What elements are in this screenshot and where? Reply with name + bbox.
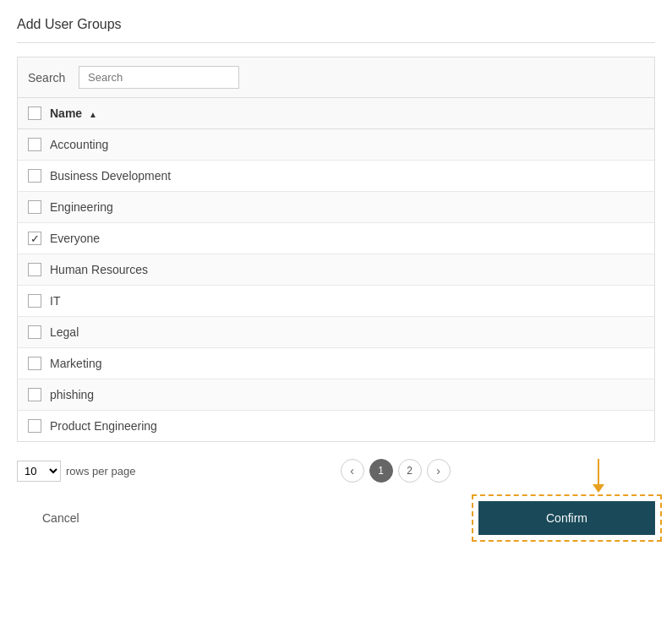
modal-title: Add User Groups [17, 17, 655, 43]
sort-arrow-icon: ▲ [89, 110, 97, 119]
page-2-button[interactable]: 2 [398, 459, 422, 483]
row-label: Engineering [50, 200, 113, 214]
cancel-button[interactable]: Cancel [17, 503, 105, 533]
row-label: IT [50, 294, 60, 308]
row-label: phishing [50, 388, 94, 401]
groups-table: Name ▲ AccountingBusiness DevelopmentEng… [17, 97, 655, 442]
table-header: Name ▲ [18, 98, 654, 129]
search-input[interactable] [79, 66, 239, 89]
row-checkbox-10[interactable] [28, 419, 41, 433]
table-row: Legal [18, 317, 654, 348]
footer-row: Cancel Confirm [17, 501, 655, 535]
table-row: Marketing [18, 348, 654, 379]
row-label: Accounting [50, 138, 108, 151]
modal-container: Add User Groups Search Name ▲ Accounting… [0, 0, 672, 622]
row-checkbox-6[interactable] [28, 294, 41, 308]
page-1-button[interactable]: 1 [369, 459, 393, 483]
table-rows: AccountingBusiness DevelopmentEngineerin… [18, 129, 654, 441]
row-label: Legal [50, 325, 79, 339]
row-checkbox-9[interactable] [28, 388, 41, 401]
next-page-button[interactable]: › [427, 459, 451, 483]
table-row: IT [18, 286, 654, 317]
row-checkbox-1[interactable] [28, 138, 41, 151]
select-all-checkbox[interactable] [28, 106, 41, 120]
row-checkbox-2[interactable] [28, 169, 41, 183]
arrow-line [598, 459, 599, 484]
table-row: ✓Everyone [18, 223, 654, 254]
row-checkbox-5[interactable] [28, 263, 41, 276]
row-checkbox-7[interactable] [28, 325, 41, 339]
rows-per-page-select[interactable]: 102550100 [17, 461, 61, 482]
rows-per-page-control: 102550100 rows per page [17, 461, 135, 482]
search-row: Search [17, 57, 655, 97]
rows-per-page-label: rows per page [66, 465, 135, 477]
row-label: Human Resources [50, 263, 148, 276]
row-checkbox-4[interactable]: ✓ [28, 232, 41, 245]
table-row: Engineering [18, 192, 654, 223]
prev-page-button[interactable]: ‹ [341, 459, 364, 483]
confirm-wrapper: Confirm [478, 501, 655, 535]
table-row: Human Resources [18, 254, 654, 286]
table-row: Business Development [18, 161, 654, 192]
checkmark-icon: ✓ [30, 233, 40, 244]
row-label: Everyone [50, 232, 100, 245]
table-row: Product Engineering [18, 411, 654, 441]
pagination-row: 102550100 rows per page ‹ 1 2 › [17, 449, 655, 493]
page-controls: ‹ 1 2 › [341, 459, 451, 483]
arrow-head-icon [593, 484, 604, 493]
row-checkbox-3[interactable] [28, 200, 41, 214]
row-label: Business Development [50, 169, 171, 183]
row-checkbox-8[interactable] [28, 357, 41, 370]
table-row: Accounting [18, 129, 654, 161]
row-label: Marketing [50, 357, 101, 370]
row-label: Product Engineering [50, 419, 157, 433]
arrow-indicator [593, 459, 604, 493]
table-row: phishing [18, 379, 654, 411]
search-label: Search [28, 71, 70, 85]
column-name-header: Name ▲ [50, 106, 97, 120]
confirm-button[interactable]: Confirm [478, 501, 655, 535]
